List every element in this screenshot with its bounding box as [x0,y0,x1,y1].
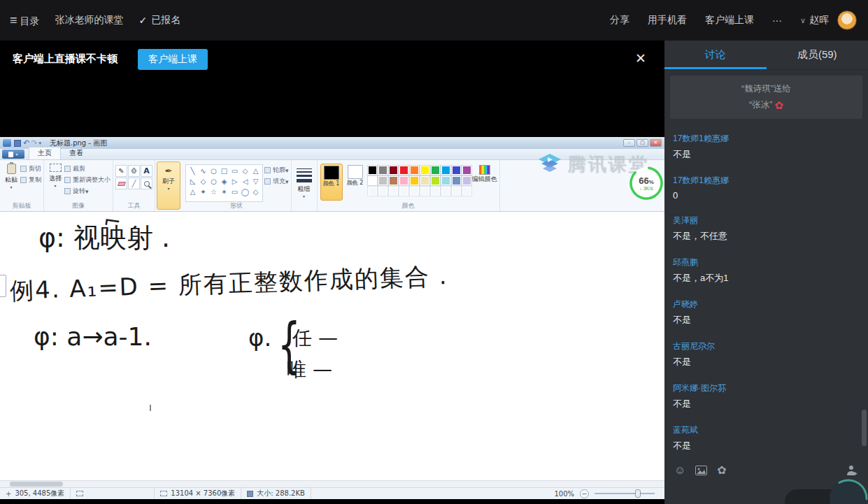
minimize-button[interactable]: – [623,139,635,147]
rotate-button[interactable]: 旋转 ▾ [64,187,111,196]
color-picker-tool[interactable]: ╱ [128,178,140,189]
message-author[interactable]: 阿米娜·图尔荪 [673,382,851,394]
zoom-out-button[interactable]: − [580,489,589,498]
palette-swatch[interactable] [420,176,429,185]
palette-swatch[interactable] [452,187,461,196]
edit-colors-button[interactable]: 编辑颜色 [472,162,497,202]
palette-swatch[interactable] [368,166,377,175]
shape-tool[interactable]: ✶ [219,187,229,197]
tab-view[interactable]: 查看 [61,147,92,159]
message-author[interactable]: 17数师1赖惠娜 [673,133,851,145]
message-author[interactable]: 蓝苑斌 [673,424,851,436]
palette-swatch[interactable] [378,176,387,185]
palette-swatch[interactable] [389,176,398,185]
horizontal-scrollbar[interactable] [0,480,664,487]
gift-flower-icon[interactable]: ✿ [717,465,726,476]
floating-speaker-bubble[interactable] [828,478,868,504]
shape-tool[interactable]: ○ [208,166,219,176]
palette-swatch[interactable] [368,187,377,196]
watch-on-phone-button[interactable]: 用手机看 [648,14,687,27]
paint-canvas[interactable]: ⌐ φ: 视映射 . 例4. A₁=D = 所有正整数作成的集合 . φ: a→… [0,212,664,480]
fill-button[interactable]: 填充 ▾ [264,177,289,186]
copy-button[interactable]: 复制 [20,175,41,185]
palette-swatch[interactable] [462,176,471,185]
palette-swatch[interactable] [462,187,471,196]
save-icon[interactable] [14,140,21,147]
shape-tool[interactable]: △ [187,187,198,197]
palette-swatch[interactable] [378,166,387,175]
zoom-slider-thumb[interactable] [635,489,641,498]
shape-tool[interactable]: ◺ [187,176,198,187]
palette-swatch[interactable] [389,187,398,196]
avatar[interactable] [837,10,857,30]
maximize-button[interactable]: ▢ [636,139,648,147]
crop-button[interactable]: 裁剪 [64,164,111,173]
client-class-banner-button[interactable]: 客户端上课 [138,49,208,70]
paste-button[interactable]: 粘贴 ▾ [2,162,20,202]
palette-swatch[interactable] [410,176,419,185]
tab-home[interactable]: 主页 [29,147,61,159]
tab-members[interactable]: 成员(59) [767,41,868,69]
message-author[interactable]: 古丽尼尕尔 [673,340,851,352]
close-icon[interactable]: ✕ [635,50,646,66]
zoom-slider[interactable] [595,493,655,494]
raise-hand-person-icon[interactable] [846,465,858,476]
shape-tool[interactable]: □ [219,166,229,176]
client-class-button[interactable]: 客户端上课 [705,14,754,27]
palette-swatch[interactable] [452,176,461,185]
message-author[interactable]: 卢晓婷 [673,298,851,310]
shape-tool[interactable]: ◇ [240,166,250,176]
color1-button[interactable]: 颜色 1 [320,164,343,201]
shape-tool[interactable]: △ [250,166,261,176]
fill-tool[interactable] [128,165,140,177]
catalog-menu-button[interactable]: ≡ 目录 [10,13,39,28]
brushes-button[interactable]: ✒ 刷子 ▾ [157,161,180,210]
shape-tool[interactable]: ✦ [198,187,208,197]
select-button[interactable]: 选择 ▾ [46,162,64,202]
shape-tool[interactable]: ◁ [240,176,250,187]
size-button[interactable]: 粗细 ▾ [294,162,315,202]
shape-tool[interactable]: ▽ [250,176,261,187]
shapes-grid[interactable]: ╲∿○□▭◇△◺◇○◈▷◁▽△✦☆✶▭◯◇ [185,164,263,202]
emoji-icon[interactable]: ☺ [674,465,685,476]
palette-swatch[interactable] [399,187,408,196]
text-tool[interactable]: A [141,165,152,177]
image-icon[interactable] [695,466,707,475]
undo-icon[interactable]: ↶ [23,138,29,147]
message-author[interactable]: 17数师1赖惠娜 [673,175,851,187]
cut-button[interactable]: 剪切 [20,164,41,173]
palette-swatch[interactable] [420,187,429,196]
palette-swatch[interactable] [399,176,408,185]
palette-swatch[interactable] [399,166,408,175]
outline-button[interactable]: 轮廓 ▾ [264,166,289,175]
message-author[interactable]: 吴泽丽 [673,215,851,226]
more-menu-button[interactable]: ··· [772,15,782,26]
palette-swatch[interactable] [462,166,471,175]
palette-swatch[interactable] [441,176,450,185]
color2-button[interactable]: 颜色 2 [344,164,367,201]
shape-tool[interactable]: ◈ [219,176,229,187]
shape-tool[interactable]: ◯ [240,187,250,197]
shape-tool[interactable]: ☆ [208,187,219,197]
chat-scrollbar-thumb[interactable] [862,410,867,446]
eraser-tool[interactable] [115,178,127,189]
shape-tool[interactable]: ◇ [198,176,208,187]
magnifier-tool[interactable] [141,178,152,189]
shape-tool[interactable]: ○ [208,176,219,187]
palette-swatch[interactable] [410,187,419,196]
palette-swatch[interactable] [441,166,450,175]
palette-swatch[interactable] [410,166,419,175]
shape-tool[interactable]: ▷ [229,176,240,187]
palette-swatch[interactable] [378,187,387,196]
palette-swatch[interactable] [452,166,461,175]
shape-tool[interactable]: ╲ [187,166,198,176]
shape-tool[interactable]: ▭ [229,187,240,197]
palette-swatch[interactable] [368,176,377,185]
palette-swatch[interactable] [389,166,398,175]
scrollbar-thumb[interactable] [10,482,63,487]
message-author[interactable]: 邱燕鹏 [673,257,851,268]
quick-access-dropdown-icon[interactable]: ▾ [38,141,41,146]
tab-discussion[interactable]: 讨论 [664,41,767,69]
palette-swatch[interactable] [431,166,440,175]
shape-tool[interactable]: ▭ [229,166,240,176]
